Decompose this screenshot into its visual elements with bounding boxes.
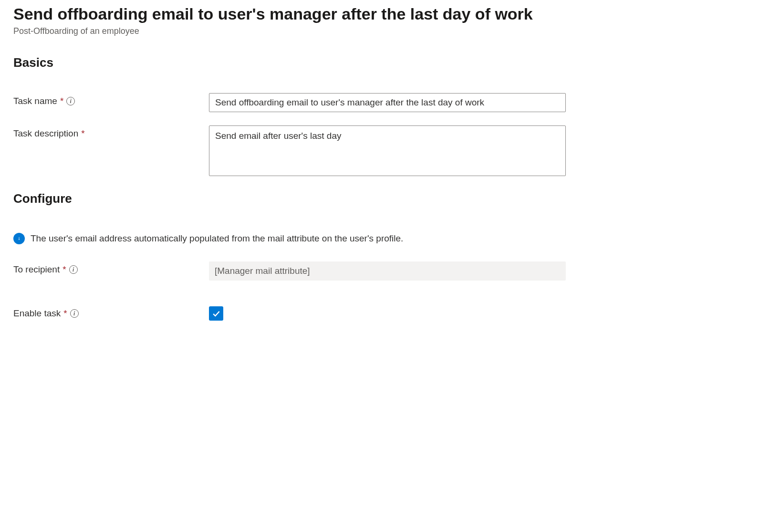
task-name-row: Task name * i: [13, 93, 746, 112]
to-recipient-field: [Manager mail attribute]: [209, 261, 566, 281]
task-description-label-text: Task description: [13, 128, 78, 139]
task-description-input[interactable]: [209, 125, 566, 176]
info-circle-icon: [13, 233, 25, 244]
page-subtitle: Post-Offboarding of an employee: [13, 26, 746, 36]
task-description-row: Task description *: [13, 125, 746, 178]
task-name-input[interactable]: [209, 93, 566, 112]
required-indicator: *: [81, 128, 84, 139]
required-indicator: *: [62, 264, 66, 275]
to-recipient-row: To recipient * i [Manager mail attribute…: [13, 261, 746, 281]
to-recipient-label: To recipient * i: [13, 261, 209, 275]
task-description-label: Task description *: [13, 125, 209, 139]
info-banner-text: The user's email address automatically p…: [31, 233, 403, 244]
section-basics-heading: Basics: [13, 55, 746, 70]
info-icon[interactable]: i: [70, 309, 79, 318]
task-name-label-text: Task name: [13, 96, 57, 106]
required-indicator: *: [63, 308, 67, 319]
to-recipient-label-text: To recipient: [13, 264, 60, 275]
section-configure-heading: Configure: [13, 191, 746, 206]
required-indicator: *: [60, 96, 63, 106]
enable-task-row: Enable task * i: [13, 305, 746, 321]
enable-task-label-text: Enable task: [13, 308, 61, 319]
task-name-label: Task name * i: [13, 93, 209, 106]
page-title: Send offboarding email to user's manager…: [13, 4, 746, 24]
checkmark-icon: [211, 309, 221, 318]
info-banner: The user's email address automatically p…: [13, 233, 746, 244]
info-icon[interactable]: i: [69, 265, 78, 274]
enable-task-checkbox[interactable]: [209, 306, 223, 321]
enable-task-label: Enable task * i: [13, 305, 209, 319]
info-icon[interactable]: i: [66, 97, 75, 105]
